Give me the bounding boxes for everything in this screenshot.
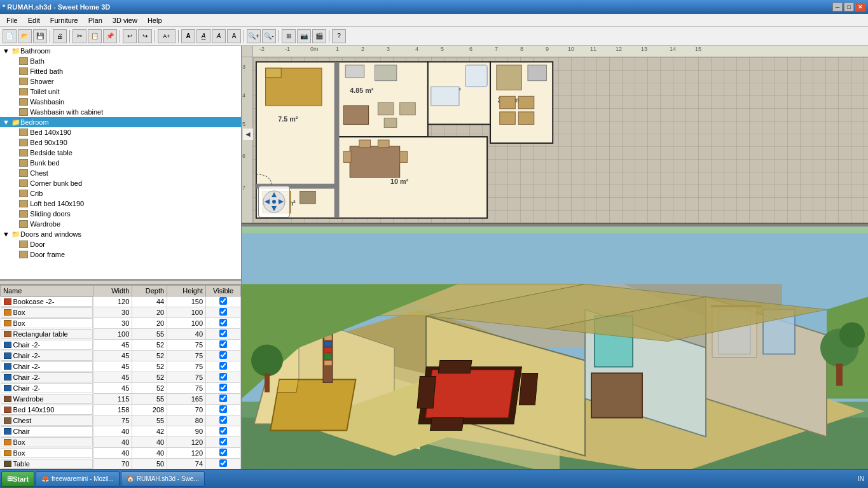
table-row[interactable]: Bookcase -2-12044150	[1, 296, 241, 307]
tree-item-wardrobe[interactable]: Wardrobe	[0, 219, 241, 229]
print-button[interactable]: 🖨	[53, 29, 67, 43]
start-button[interactable]: ⊞ Start	[1, 471, 34, 487]
visible-checkbox[interactable]	[219, 297, 227, 305]
tree-item-fitted-bath[interactable]: Fitted bath	[0, 66, 241, 76]
menu-edit[interactable]: Edit	[23, 15, 45, 25]
furniture-visible-cell[interactable]	[206, 318, 241, 329]
table-row[interactable]: Box3020100	[1, 307, 241, 318]
table-row[interactable]: Chest755580	[1, 415, 241, 426]
furniture-visible-cell[interactable]	[206, 437, 241, 448]
zoom-out-button[interactable]: 🔍-	[262, 29, 276, 43]
tree-item-door-frame[interactable]: Door frame	[0, 249, 241, 260]
table-row[interactable]: Chair -2-455275	[1, 351, 241, 361]
copy-button[interactable]: 📋	[88, 29, 102, 43]
tree-item-bunk-bed[interactable]: Bunk bed	[0, 158, 241, 168]
plan-canvas[interactable]: 7.5 m² 4.85 m²	[253, 57, 868, 223]
maximize-button[interactable]: □	[844, 3, 854, 11]
furniture-visible-cell[interactable]	[206, 329, 241, 340]
visible-checkbox[interactable]	[219, 351, 227, 359]
table-row[interactable]: Chair -2-455275	[1, 372, 241, 383]
menu-plan[interactable]: Plan	[83, 15, 107, 25]
new-button[interactable]: 📄	[3, 29, 17, 43]
tree-item-washbasin[interactable]: Washbasin	[0, 97, 241, 107]
furniture-visible-cell[interactable]	[206, 307, 241, 318]
tree-item-bathroom[interactable]: ▼ 📁Bathroom	[0, 46, 241, 56]
tree-item-sliding-doors[interactable]: Sliding doors	[0, 209, 241, 219]
help-button[interactable]: ?	[332, 29, 346, 43]
furniture-visible-cell[interactable]	[206, 340, 241, 351]
visible-checkbox[interactable]	[219, 319, 227, 326]
minimize-button[interactable]: ─	[832, 3, 843, 11]
table-row[interactable]: Wardrobe11555165	[1, 394, 241, 405]
furniture-visible-cell[interactable]	[206, 405, 241, 415]
furniture-visible-cell[interactable]	[206, 296, 241, 307]
zoom-in-button[interactable]: 🔍+	[247, 29, 261, 43]
furniture-visible-cell[interactable]	[206, 372, 241, 383]
tree-item-doors-and-windows[interactable]: ▼ 📁Doors and windows	[0, 229, 241, 239]
visible-checkbox[interactable]	[219, 416, 227, 424]
tree-item-loft-bed-140x190[interactable]: Loft bed 140x190	[0, 199, 241, 209]
furniture-visible-cell[interactable]	[206, 426, 241, 437]
visible-checkbox[interactable]	[219, 449, 227, 456]
table-row[interactable]: Table705074	[1, 459, 241, 470]
video-button[interactable]: 🎬	[312, 29, 326, 43]
text-outline-button[interactable]: A	[196, 29, 210, 43]
tree-item-corner-bunk-bed[interactable]: Corner bunk bed	[0, 178, 241, 188]
taskbar-sweethome[interactable]: 🏠 RUMAH.sh3d - Swe...	[121, 471, 205, 487]
text-button[interactable]: A	[181, 29, 195, 43]
visible-checkbox[interactable]	[219, 330, 227, 337]
table-row[interactable]: Bed 140x19015820870	[1, 405, 241, 415]
2d-plan-view[interactable]: -2 -1 0m 1 2 3 4 5 6 7 8 9 10 11 12 13 1	[242, 46, 868, 224]
cut-button[interactable]: ✂	[72, 29, 86, 43]
visible-checkbox[interactable]	[219, 373, 227, 380]
table-row[interactable]: Chair -2-455275	[1, 383, 241, 394]
table-row[interactable]: Chair -2-455275	[1, 361, 241, 372]
furniture-properties-table[interactable]: Name Width Depth Height Visible Bookcase…	[0, 284, 241, 488]
table-row[interactable]: Rectangular table1005540	[1, 329, 241, 340]
visible-checkbox[interactable]	[219, 308, 227, 316]
tree-item-bath[interactable]: Bath	[0, 56, 241, 66]
visible-checkbox[interactable]	[219, 384, 227, 391]
visible-checkbox[interactable]	[219, 427, 227, 435]
visible-checkbox[interactable]	[219, 459, 227, 467]
table-row[interactable]: Chair -2-455275	[1, 340, 241, 351]
furniture-visible-cell[interactable]	[206, 361, 241, 372]
furniture-visible-cell[interactable]	[206, 351, 241, 361]
save-button[interactable]: 💾	[33, 29, 47, 43]
tree-item-bedroom[interactable]: ▼ 📁Bedroom	[0, 117, 241, 127]
menu-3dview[interactable]: 3D view	[107, 15, 142, 25]
menu-help[interactable]: Help	[142, 15, 167, 25]
photo-button[interactable]: 📷	[297, 29, 311, 43]
text-italic-button[interactable]: A	[212, 29, 226, 43]
menu-file[interactable]: File	[1, 15, 23, 25]
open-button[interactable]: 📂	[18, 29, 32, 43]
tree-item-bed-90x190[interactable]: Bed 90x190	[0, 137, 241, 148]
table-row[interactable]: Box3020100	[1, 318, 241, 329]
undo-button[interactable]: ↩	[123, 29, 137, 43]
table-row[interactable]: Box4040120	[1, 448, 241, 459]
text-size-button[interactable]: A	[227, 29, 241, 43]
furniture-visible-cell[interactable]	[206, 415, 241, 426]
tree-item-crib[interactable]: Crib	[0, 188, 241, 199]
tree-item-chest[interactable]: Chest	[0, 168, 241, 178]
tree-item-washbasin-with-cabinet[interactable]: Washbasin with cabinet	[0, 107, 241, 117]
furniture-tree[interactable]: ▼ 📁Bathroom Bath Fitted bath Shower Toil…	[0, 46, 241, 281]
visible-checkbox[interactable]	[219, 405, 227, 413]
visible-checkbox[interactable]	[219, 362, 227, 370]
nav-control[interactable]	[258, 186, 290, 218]
furniture-visible-cell[interactable]	[206, 459, 241, 470]
visible-checkbox[interactable]	[219, 394, 227, 402]
taskbar-firefox[interactable]: 🦊 freewaremini - Mozil...	[36, 471, 120, 487]
table-row[interactable]: Chair404290	[1, 426, 241, 437]
paste-button[interactable]: 📌	[103, 29, 117, 43]
tree-item-toilet-unit[interactable]: Toilet unit	[0, 87, 241, 97]
close-button[interactable]: ✕	[855, 3, 865, 11]
table-row[interactable]: Box4040120	[1, 437, 241, 448]
redo-button[interactable]: ↪	[138, 29, 152, 43]
tree-item-door[interactable]: Door	[0, 239, 241, 249]
3d-view[interactable]: JetScreenshot	[242, 227, 868, 488]
visible-checkbox[interactable]	[219, 340, 227, 348]
tree-item-bedside-table[interactable]: Bedside table	[0, 148, 241, 158]
furniture-visible-cell[interactable]	[206, 383, 241, 394]
top-view-button[interactable]: ⊞	[282, 29, 296, 43]
